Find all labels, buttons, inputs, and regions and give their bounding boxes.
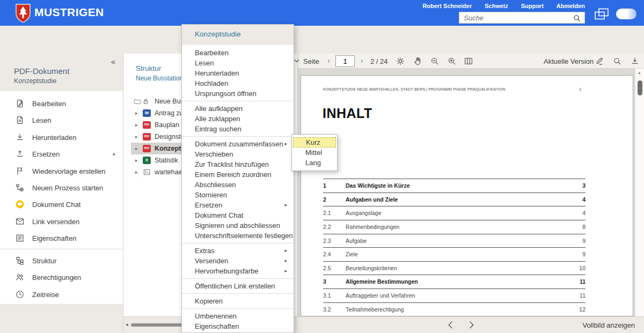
sidebar-item-eigenschaften[interactable]: Eigenschaften	[0, 230, 123, 247]
sidebar-footer	[0, 304, 123, 333]
expander-icon[interactable]: ▸	[135, 143, 138, 154]
toc-row: 3.2Teilnahmeberechtigung12	[323, 303, 586, 316]
menu-item-dokument-chat[interactable]: Dokument Chat	[182, 210, 294, 220]
menu-item-eintrag-suchen[interactable]: Eintrag suchen	[182, 124, 294, 134]
sidebar-item-bearbeiten[interactable]: Bearbeiten	[0, 95, 123, 112]
menu-item-unterschriftselemente[interactable]: Unterschriftselemente festlegen	[182, 231, 294, 241]
menu-item-stornieren[interactable]: Stornieren	[182, 190, 294, 200]
user-menu-link[interactable]: Robert Schneider	[423, 3, 472, 9]
submenu-item-kurz[interactable]: Kurz	[293, 137, 336, 147]
menu-item-dokument-zusammenfassen[interactable]: Dokument zusammenfassen	[182, 139, 294, 149]
menu-divider	[182, 101, 294, 101]
next-page-button[interactable]: ›	[361, 56, 363, 65]
language-link[interactable]: Schweiz	[485, 3, 508, 9]
collapse-sidebar-icon[interactable]: «	[111, 57, 115, 66]
pdf-file-icon: PDF	[143, 121, 151, 129]
page-running-header: KONZEPTSTUDIE NEUE WARTEHALLEN, STADT BE…	[323, 87, 505, 91]
sidebar-item-wiedervorlage[interactable]: Wiedervorlage erstellen	[0, 163, 123, 180]
menu-divider	[182, 136, 294, 137]
sidebar-item-ersetzen[interactable]: Ersetzen	[0, 146, 123, 162]
page-number-input[interactable]	[335, 55, 355, 67]
document-heading: INHALT	[323, 106, 372, 121]
menu-item-signieren[interactable]: Signieren und abschliessen	[182, 220, 294, 231]
expander-icon[interactable]: ▸	[135, 119, 138, 131]
expander-icon[interactable]: ▸	[135, 107, 138, 119]
menu-divider	[182, 308, 294, 309]
search-input[interactable]	[459, 12, 584, 23]
scroll-left-arrow[interactable]: ◂	[126, 322, 128, 327]
sidebar-item-lesen[interactable]: Lesen	[0, 112, 123, 129]
sidebar-actions: Bearbeiten Lesen Herunterladen Ersetzen	[0, 95, 123, 247]
chevron-down-icon[interactable]	[294, 58, 300, 64]
zoom-out-icon[interactable]	[430, 56, 440, 66]
sidebar-item-neuer-prozess[interactable]: Neuen Prozess starten	[0, 180, 123, 196]
menu-item-hochladen[interactable]: Hochladen	[182, 78, 294, 88]
page-layout-icon[interactable]	[464, 56, 473, 66]
previous-page-button[interactable]: ‹	[327, 56, 330, 65]
context-menu: Konzeptstudie Bearbeiten Lesen Herunterl…	[181, 24, 294, 333]
menu-item-hervorhebungsfarbe[interactable]: Hervorhebungsfarbe	[182, 266, 294, 276]
menu-item-alle-aufklappen[interactable]: Alle aufklappen	[182, 103, 294, 114]
read-document-icon	[15, 115, 25, 125]
toggle-switch[interactable]	[616, 9, 636, 19]
menu-item-bearbeiten[interactable]: Bearbeiten	[182, 48, 294, 58]
menu-item-herunterladen[interactable]: Herunterladen	[182, 68, 294, 78]
viewer-footer: Vollbild anzeigen	[298, 316, 644, 333]
expander-icon[interactable]: ▸	[135, 154, 138, 166]
sidebar-item-zeitreise[interactable]: Zeitreise	[0, 286, 123, 303]
search-icon[interactable]	[573, 14, 581, 23]
vertical-scrollbar[interactable]: ▲	[635, 69, 644, 316]
sidebar-item-berechtigungen[interactable]: Berechtigungen	[0, 269, 123, 286]
brand-name[interactable]: MUSTRIGEN	[34, 6, 104, 19]
menu-item-eigenschaften[interactable]: Eigenschaften	[182, 321, 294, 331]
windows-icon[interactable]	[594, 8, 610, 20]
expander-icon[interactable]: ▸	[135, 166, 138, 178]
signature-pencil-icon[interactable]	[595, 56, 604, 66]
menu-item-ursprungsort[interactable]: Ursprungsort öffnen	[182, 88, 294, 99]
menu-item-alle-zuklappen[interactable]: Alle zuklappen	[182, 114, 294, 124]
logout-link[interactable]: Abmelden	[557, 3, 585, 9]
sidebar-item-link-versenden[interactable]: Link versenden	[0, 213, 123, 230]
next-document-button[interactable]	[466, 320, 477, 330]
page-count: 2 / 24	[370, 57, 388, 65]
pdf-page: KONZEPTSTUDIE NEUE WARTEHALLEN, STADT BE…	[301, 75, 633, 316]
toc-row: 1Das Wichtigste in Kürze3	[323, 179, 586, 193]
download-version-icon[interactable]	[630, 56, 640, 66]
image-file-icon	[143, 168, 151, 176]
scrollbar-thumb[interactable]	[638, 80, 642, 95]
menu-item-extras[interactable]: Extras	[182, 246, 294, 256]
page-number: 1	[579, 87, 581, 92]
submenu-item-mittel[interactable]: Mittel	[292, 147, 337, 158]
previous-document-button[interactable]	[445, 320, 456, 330]
sidebar-title: PDF-Dokument	[14, 66, 69, 76]
menu-item-umbenennen[interactable]: Umbenennen	[182, 311, 294, 321]
menu-item-abschliessen[interactable]: Abschliessen	[182, 180, 294, 190]
menu-item-kopieren[interactable]: Kopieren	[182, 296, 294, 306]
menu-item-lesen[interactable]: Lesen	[182, 58, 294, 68]
menu-item-zur-tracklist[interactable]: Zur Tracklist hinzufügen	[182, 159, 294, 169]
chat-icon	[15, 199, 25, 209]
submenu-item-lang[interactable]: Lang	[292, 158, 337, 168]
sidebar-item-struktur[interactable]: Struktur	[0, 253, 123, 269]
sidebar-item-herunterladen[interactable]: Herunterladen	[0, 129, 123, 146]
support-link[interactable]: Support	[521, 3, 544, 9]
fullscreen-link[interactable]: Vollbild anzeigen	[582, 321, 635, 329]
zoom-in-icon[interactable]	[447, 56, 457, 66]
settings-gear-icon[interactable]	[396, 56, 405, 66]
pdf-toolbar: Seite ‹ › 2 / 24 Aktuelle Version	[298, 54, 644, 69]
menu-item-oeffentlichen-link[interactable]: Öffentlichen Link erstellen	[182, 281, 294, 291]
menu-item-ersetzen[interactable]: Ersetzen	[182, 200, 294, 210]
scroll-up-arrow[interactable]: ▲	[638, 71, 641, 75]
hand-pan-icon[interactable]	[413, 56, 423, 66]
lock-icon	[143, 99, 148, 105]
flag-icon	[15, 166, 25, 176]
expander-icon[interactable]: ▸	[135, 131, 138, 143]
menu-divider	[182, 243, 294, 243]
menu-item-versenden[interactable]: Versenden	[182, 256, 294, 266]
toc-row: 2Aufgaben und Ziele4	[323, 193, 586, 207]
menu-item-einem-bereich[interactable]: Einem Bereich zuordnen	[182, 169, 294, 180]
search-document-icon[interactable]	[612, 56, 622, 66]
folder-icon	[133, 97, 142, 106]
menu-item-verschieben[interactable]: Verschieben	[182, 149, 294, 159]
sidebar-item-dokument-chat[interactable]: Dokument Chat	[0, 196, 123, 213]
